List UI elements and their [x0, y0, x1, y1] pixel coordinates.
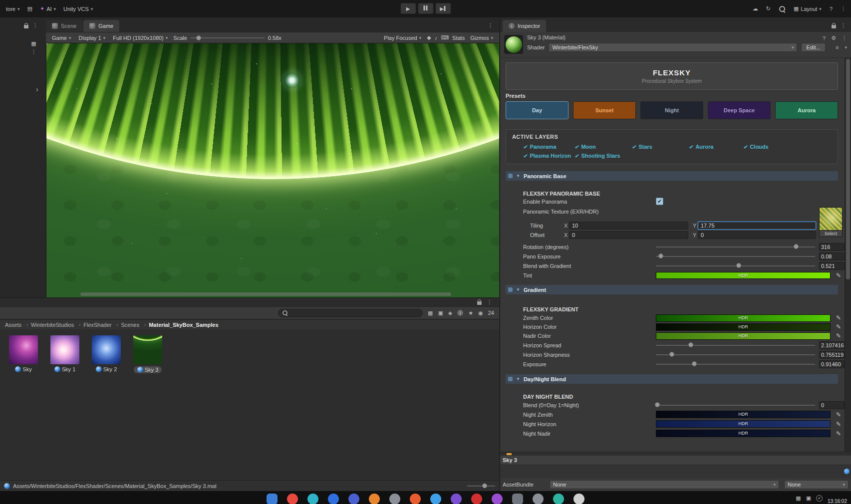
presets-gear-icon[interactable]: ⚙ [831, 35, 836, 41]
rotation-slider[interactable] [656, 243, 815, 251]
kebab-menu-icon[interactable]: ⋮ [842, 35, 847, 41]
section-daynight-blend[interactable]: ▼ Day/Night Blend [506, 374, 838, 384]
taskbar-app-icon[interactable] [553, 494, 564, 504]
preview-titlebar[interactable]: Sky 3 [500, 456, 851, 465]
taskbar-app-icon[interactable] [410, 494, 421, 504]
asset-item[interactable]: Sky 2 [90, 335, 123, 372]
breadcrumb-item[interactable]: WinterbiteStudios [31, 322, 74, 328]
project-search-input[interactable] [278, 309, 423, 317]
tiling-x-field[interactable]: 10 [569, 222, 688, 230]
offset-x-field[interactable]: 0 [569, 231, 688, 239]
horizon-sharpness-value-field[interactable]: 0.755119 [819, 351, 845, 359]
assetbundle-dropdown[interactable]: None ▾ [550, 480, 779, 489]
history-icon[interactable]: ↻ [766, 5, 771, 12]
enable-panorama-checkbox[interactable]: ✔ [656, 198, 663, 205]
lock-icon[interactable] [477, 301, 482, 305]
taskbar-app-icon[interactable] [533, 494, 544, 504]
scale-slider[interactable] [191, 34, 265, 41]
preview-splitter[interactable] [500, 452, 851, 456]
slider-knob[interactable] [794, 244, 799, 249]
slider-knob[interactable] [688, 342, 693, 347]
pause-button[interactable] [418, 3, 433, 14]
taskbar-app-icon[interactable] [328, 494, 339, 504]
tiling-y-field[interactable]: 17.75 [698, 222, 816, 230]
offset-y-field[interactable]: 0 [698, 231, 816, 239]
asset-item[interactable]: Sky [7, 335, 40, 372]
horizon-spread-value-field[interactable]: 2.107416 [819, 341, 845, 349]
material-thumbnail[interactable] [50, 335, 79, 364]
game-viewport[interactable] [46, 43, 499, 297]
gizmos-dropdown[interactable]: Gizmos ▾ [468, 35, 495, 41]
pano-exposure-value-field[interactable]: 0.08 [819, 252, 845, 260]
preset-night-button[interactable]: Night [640, 101, 703, 119]
material-thumbnail[interactable] [133, 335, 162, 364]
taskbar-app-icon[interactable] [307, 494, 318, 504]
breadcrumb-item[interactable]: Assets [5, 322, 21, 328]
favorites-star-icon[interactable]: ★ [468, 310, 473, 316]
unity-vcs-menu[interactable]: Unity VCS ▾ [63, 6, 93, 12]
slider-knob[interactable] [482, 484, 487, 488]
lock-icon[interactable] [832, 25, 836, 28]
asset-item[interactable]: Sky 1 [48, 335, 81, 372]
material-thumbnail[interactable] [9, 335, 38, 364]
display-dropdown[interactable]: Display 1 ▾ [77, 35, 108, 41]
scrollbar-thumb[interactable] [846, 59, 850, 279]
horizontal-scrollbar[interactable] [80, 292, 451, 296]
step-button[interactable]: ▶ [435, 3, 451, 14]
flame-icon[interactable]: ◆ [427, 34, 431, 41]
rotation-value-field[interactable]: 316 [819, 243, 845, 251]
lock-icon[interactable] [24, 25, 28, 28]
preset-sunset-button[interactable]: Sunset [573, 101, 636, 119]
night-zenith-swatch[interactable]: HDR [656, 411, 831, 418]
tab-game[interactable]: Game [83, 20, 119, 32]
label-tag-icon[interactable]: ◈ [448, 310, 452, 316]
cloud-icon[interactable]: ☁ [753, 5, 758, 12]
help-icon[interactable]: ? [830, 6, 833, 12]
kebab-menu-icon[interactable]: ⋮ [488, 22, 499, 32]
slider-knob[interactable] [658, 253, 663, 258]
cache-grid-icon[interactable]: ▦ [796, 495, 801, 502]
help-icon[interactable]: ? [823, 35, 826, 41]
server-icon[interactable]: ▣ [806, 495, 811, 502]
visibility-eye-icon[interactable]: ◉ [478, 310, 483, 316]
asset-store-menu[interactable]: tore ▾ [6, 6, 20, 12]
nadir-color-swatch[interactable]: HDR [656, 332, 831, 340]
mute-audio-icon[interactable]: ♪ [435, 35, 438, 41]
inspector-scrollbar[interactable] [845, 58, 851, 452]
foldout-icon[interactable]: ▼ [516, 287, 520, 292]
taskbar-app-icon[interactable] [369, 494, 380, 504]
material-preview-sphere[interactable] [504, 35, 523, 54]
night-horizon-swatch[interactable]: HDR [656, 420, 831, 428]
horizon-spread-slider[interactable] [656, 341, 815, 349]
play-button[interactable]: ▶ [400, 3, 416, 14]
kebab-menu-icon[interactable]: ⋮ [841, 5, 846, 12]
foldout-icon[interactable]: ▼ [516, 377, 520, 381]
thumbnail-size-slider[interactable] [467, 483, 495, 489]
taskbar-app-icon[interactable] [573, 494, 584, 504]
search-icon[interactable] [779, 5, 786, 12]
taskbar-app-icon[interactable] [348, 494, 359, 504]
eyedropper-icon[interactable]: ✎ [833, 272, 845, 279]
taskbar-app-icon[interactable] [471, 494, 482, 504]
panoramic-texture-object[interactable]: Select [819, 207, 843, 237]
slider-knob[interactable] [692, 361, 697, 366]
pano-exposure-slider[interactable] [656, 252, 815, 260]
blend-with-gradient-value-field[interactable]: 0.521 [819, 262, 845, 270]
ai-menu[interactable]: ✦ AI ▾ [40, 5, 56, 12]
gradient-exposure-slider[interactable] [656, 360, 815, 368]
eyedropper-icon[interactable]: ✎ [833, 421, 845, 428]
tab-scene[interactable]: Scene [46, 20, 82, 32]
taskbar-app-icon[interactable] [389, 494, 400, 504]
shader-dropdown[interactable]: Winterbite/FlexSky ▾ [549, 43, 797, 52]
blend-with-gradient-slider[interactable] [656, 262, 815, 270]
asset-label-dot-icon[interactable] [844, 469, 850, 474]
package-icon[interactable]: ▣ [438, 310, 443, 316]
section-panoramic-base[interactable]: ▼ Panoramic Base [506, 171, 838, 181]
slider-knob[interactable] [655, 402, 660, 407]
breadcrumb-item[interactable]: Scenes [121, 322, 140, 328]
eyedropper-icon[interactable]: ✎ [833, 430, 845, 437]
eyedropper-icon[interactable]: ✎ [833, 332, 845, 339]
texture-thumbnail[interactable] [819, 207, 843, 231]
preset-deepspace-button[interactable]: Deep Space [708, 101, 771, 119]
daynight-blend-value-field[interactable]: 0 [819, 401, 845, 409]
